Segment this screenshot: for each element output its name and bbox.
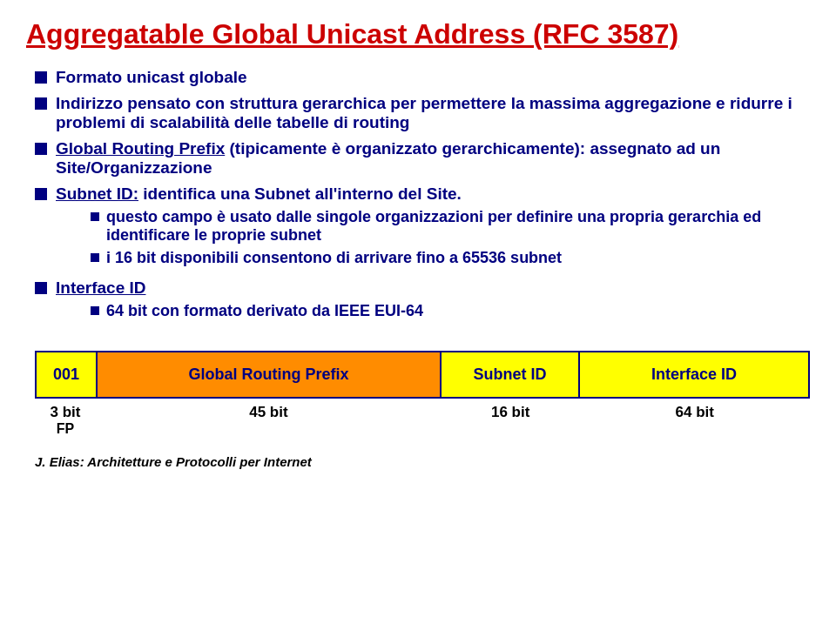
sub-item-5-1-text: 64 bit con formato derivato da IEEE EUI-… (106, 302, 810, 320)
list-item-2: Indirizzo pensato con struttura gerarchi… (35, 94, 810, 132)
sub-bullet-4-2 (91, 253, 99, 262)
sub-item-5-1: 64 bit con formato derivato da IEEE EUI-… (56, 302, 810, 320)
label-grp: 45 bit (96, 404, 442, 437)
label-interface: 64 bit (579, 404, 810, 437)
bullet-icon-2 (35, 97, 47, 110)
list-item-1: Formato unicast globale (35, 68, 810, 87)
bullet-icon-1 (35, 71, 47, 84)
list-item-3: Global Routing Prefix (tipicamente è org… (35, 139, 810, 178)
sub-item-4-1-text: questo campo è usato dalle singole organ… (106, 208, 810, 245)
footer: J. Elias: Architetture e Protocolli per … (35, 454, 810, 469)
list-item-5-text: Interface ID 64 bit con formato derivato… (56, 278, 810, 325)
diagram-cell-grp: Global Routing Prefix (98, 352, 442, 397)
label-001-sub: FP (35, 421, 96, 437)
diagram-labels: 3 bit FP 45 bit 16 bit 64 bit (35, 404, 810, 437)
list-item-5-underline: Interface ID (56, 278, 145, 297)
bullet-icon-5 (35, 282, 47, 294)
sub-item-4-2: i 16 bit disponibili consentono di arriv… (56, 249, 810, 267)
sub-list-4: questo campo è usato dalle singole organ… (56, 208, 810, 267)
sub-bullet-5-1 (91, 306, 99, 315)
label-subnet: 16 bit (442, 404, 580, 437)
label-001-bits: 3 bit (35, 404, 96, 421)
sub-item-4-2-text: i 16 bit disponibili consentono di arriv… (106, 249, 810, 267)
label-grp-bits: 45 bit (96, 404, 442, 421)
list-item-3-text: Global Routing Prefix (tipicamente è org… (56, 139, 810, 178)
sub-list-5: 64 bit con formato derivato da IEEE EUI-… (56, 302, 810, 320)
list-item-4-text: Subnet ID: identifica una Subnet all'int… (56, 184, 810, 272)
bullet-icon-4 (35, 188, 47, 200)
list-item-3-underline: Global Routing Prefix (56, 139, 225, 158)
diagram-row: 001 Global Routing Prefix Subnet ID Inte… (35, 351, 810, 399)
content-area: Formato unicast globale Indirizzo pensat… (26, 68, 810, 469)
label-subnet-bits: 16 bit (442, 404, 580, 421)
list-item-1-text: Formato unicast globale (56, 68, 810, 87)
label-interface-bits: 64 bit (579, 404, 810, 421)
main-list: Formato unicast globale Indirizzo pensat… (35, 68, 810, 325)
diagram-cell-subnet: Subnet ID (442, 352, 580, 397)
list-item-5: Interface ID 64 bit con formato derivato… (35, 278, 810, 325)
sub-item-4-1: questo campo è usato dalle singole organ… (56, 208, 810, 245)
label-001: 3 bit FP (35, 404, 96, 437)
bullet-icon-3 (35, 143, 47, 155)
sub-bullet-4-1 (91, 212, 99, 221)
diagram-cell-001: 001 (37, 352, 98, 397)
page-title: Aggregatable Global Unicast Address (RFC… (26, 17, 810, 50)
list-item-2-text: Indirizzo pensato con struttura gerarchi… (56, 94, 810, 132)
diagram-cell-interface: Interface ID (580, 352, 808, 397)
list-item-4-underline: Subnet ID: (56, 184, 138, 203)
list-item-4-suffix: identifica una Subnet all'interno del Si… (138, 184, 462, 203)
diagram-area: 001 Global Routing Prefix Subnet ID Inte… (35, 351, 810, 437)
list-item-4: Subnet ID: identifica una Subnet all'int… (35, 184, 810, 272)
